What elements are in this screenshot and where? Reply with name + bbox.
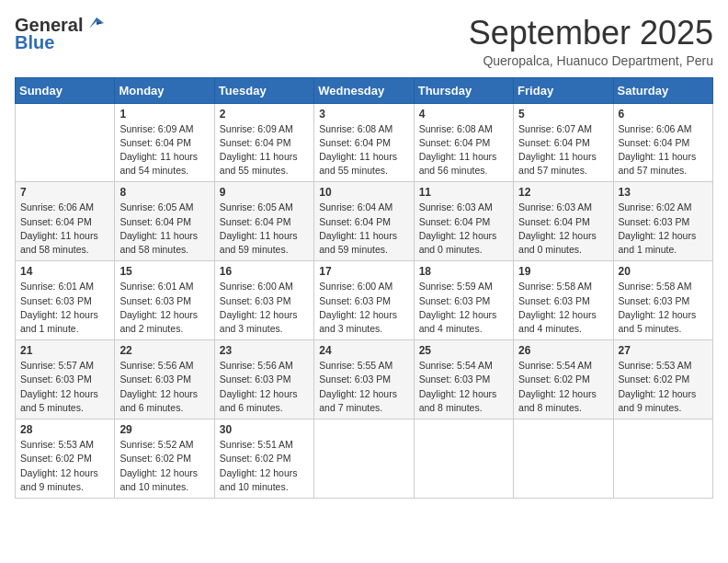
- day-cell: 9Sunrise: 6:05 AM Sunset: 6:04 PM Daylig…: [214, 182, 313, 261]
- week-row-0: 1Sunrise: 6:09 AM Sunset: 6:04 PM Daylig…: [16, 103, 713, 182]
- day-cell: 25Sunrise: 5:54 AM Sunset: 6:03 PM Dayli…: [414, 340, 513, 419]
- day-cell: 11Sunrise: 6:03 AM Sunset: 6:04 PM Dayli…: [414, 182, 513, 261]
- day-cell: [314, 419, 414, 499]
- day-cell: 1Sunrise: 6:09 AM Sunset: 6:04 PM Daylig…: [115, 103, 214, 182]
- day-number: 22: [119, 344, 209, 357]
- weekday-header-tuesday: Tuesday: [214, 77, 313, 103]
- day-number: 5: [518, 108, 608, 121]
- day-info: Sunrise: 6:00 AM Sunset: 6:03 PM Dayligh…: [220, 280, 309, 336]
- day-info: Sunrise: 6:06 AM Sunset: 6:04 PM Dayligh…: [20, 201, 109, 257]
- day-cell: 5Sunrise: 6:07 AM Sunset: 6:04 PM Daylig…: [514, 103, 613, 182]
- day-number: 13: [619, 186, 708, 199]
- weekday-header-saturday: Saturday: [613, 77, 712, 103]
- day-info: Sunrise: 5:58 AM Sunset: 6:03 PM Dayligh…: [619, 280, 708, 336]
- day-cell: 7Sunrise: 6:06 AM Sunset: 6:04 PM Daylig…: [16, 182, 115, 261]
- day-number: 24: [319, 344, 408, 357]
- day-cell: 2Sunrise: 6:09 AM Sunset: 6:04 PM Daylig…: [214, 103, 313, 182]
- day-number: 20: [619, 265, 708, 278]
- day-cell: 18Sunrise: 5:59 AM Sunset: 6:03 PM Dayli…: [414, 261, 513, 340]
- day-info: Sunrise: 6:02 AM Sunset: 6:03 PM Dayligh…: [619, 201, 708, 257]
- day-number: 1: [119, 108, 209, 121]
- logo-blue-text: Blue: [15, 32, 54, 53]
- day-number: 12: [518, 186, 608, 199]
- day-cell: 14Sunrise: 6:01 AM Sunset: 6:03 PM Dayli…: [16, 261, 115, 340]
- day-cell: [414, 419, 513, 499]
- day-number: 2: [220, 108, 309, 121]
- weekday-header-wednesday: Wednesday: [314, 77, 414, 103]
- day-number: 11: [419, 186, 508, 199]
- day-cell: 26Sunrise: 5:54 AM Sunset: 6:02 PM Dayli…: [514, 340, 613, 419]
- day-number: 17: [319, 265, 408, 278]
- day-number: 18: [419, 265, 508, 278]
- day-info: Sunrise: 5:55 AM Sunset: 6:03 PM Dayligh…: [319, 359, 408, 415]
- day-info: Sunrise: 5:56 AM Sunset: 6:03 PM Dayligh…: [119, 359, 209, 415]
- day-cell: 17Sunrise: 6:00 AM Sunset: 6:03 PM Dayli…: [314, 261, 414, 340]
- day-number: 8: [119, 186, 209, 199]
- day-number: 14: [20, 265, 109, 278]
- logo: General Blue: [15, 15, 104, 53]
- weekday-header-sunday: Sunday: [16, 77, 115, 103]
- weekday-header-friday: Friday: [514, 77, 613, 103]
- day-info: Sunrise: 5:56 AM Sunset: 6:03 PM Dayligh…: [220, 359, 309, 415]
- day-cell: 13Sunrise: 6:02 AM Sunset: 6:03 PM Dayli…: [613, 182, 712, 261]
- day-cell: 27Sunrise: 5:53 AM Sunset: 6:02 PM Dayli…: [613, 340, 712, 419]
- day-info: Sunrise: 6:01 AM Sunset: 6:03 PM Dayligh…: [119, 280, 209, 336]
- page-header: General Blue September 2025 Queropalca, …: [15, 15, 713, 68]
- day-info: Sunrise: 5:59 AM Sunset: 6:03 PM Dayligh…: [419, 280, 508, 336]
- day-number: 23: [220, 344, 309, 357]
- day-number: 21: [20, 344, 109, 357]
- day-cell: [514, 419, 613, 499]
- location-subtitle: Queropalca, Huanuco Department, Peru: [469, 53, 713, 68]
- day-info: Sunrise: 6:09 AM Sunset: 6:04 PM Dayligh…: [119, 122, 209, 178]
- day-info: Sunrise: 5:58 AM Sunset: 6:03 PM Dayligh…: [518, 280, 608, 336]
- day-cell: 22Sunrise: 5:56 AM Sunset: 6:03 PM Dayli…: [115, 340, 214, 419]
- day-info: Sunrise: 6:09 AM Sunset: 6:04 PM Dayligh…: [220, 122, 309, 178]
- day-cell: 29Sunrise: 5:52 AM Sunset: 6:02 PM Dayli…: [115, 419, 214, 499]
- logo-bird-icon: [84, 16, 104, 32]
- day-cell: 24Sunrise: 5:55 AM Sunset: 6:03 PM Dayli…: [314, 340, 414, 419]
- day-number: 26: [518, 344, 608, 357]
- day-info: Sunrise: 6:08 AM Sunset: 6:04 PM Dayligh…: [319, 122, 408, 178]
- day-cell: 8Sunrise: 6:05 AM Sunset: 6:04 PM Daylig…: [115, 182, 214, 261]
- weekday-header-monday: Monday: [115, 77, 214, 103]
- day-cell: 21Sunrise: 5:57 AM Sunset: 6:03 PM Dayli…: [16, 340, 115, 419]
- day-number: 28: [20, 423, 109, 436]
- day-cell: 4Sunrise: 6:08 AM Sunset: 6:04 PM Daylig…: [414, 103, 513, 182]
- day-cell: 28Sunrise: 5:53 AM Sunset: 6:02 PM Dayli…: [16, 419, 115, 499]
- week-row-2: 14Sunrise: 6:01 AM Sunset: 6:03 PM Dayli…: [16, 261, 713, 340]
- day-info: Sunrise: 6:06 AM Sunset: 6:04 PM Dayligh…: [619, 122, 708, 178]
- weekday-header-thursday: Thursday: [414, 77, 513, 103]
- day-number: 4: [419, 108, 508, 121]
- day-info: Sunrise: 6:00 AM Sunset: 6:03 PM Dayligh…: [319, 280, 408, 336]
- day-number: 30: [220, 423, 309, 436]
- day-info: Sunrise: 6:03 AM Sunset: 6:04 PM Dayligh…: [518, 201, 608, 257]
- day-number: 10: [319, 186, 408, 199]
- day-cell: 12Sunrise: 6:03 AM Sunset: 6:04 PM Dayli…: [514, 182, 613, 261]
- day-info: Sunrise: 5:52 AM Sunset: 6:02 PM Dayligh…: [119, 438, 209, 494]
- day-cell: 23Sunrise: 5:56 AM Sunset: 6:03 PM Dayli…: [214, 340, 313, 419]
- day-cell: 15Sunrise: 6:01 AM Sunset: 6:03 PM Dayli…: [115, 261, 214, 340]
- day-info: Sunrise: 6:05 AM Sunset: 6:04 PM Dayligh…: [119, 201, 209, 257]
- day-number: 25: [419, 344, 508, 357]
- day-info: Sunrise: 6:05 AM Sunset: 6:04 PM Dayligh…: [220, 201, 309, 257]
- day-info: Sunrise: 5:54 AM Sunset: 6:03 PM Dayligh…: [419, 359, 508, 415]
- day-cell: 20Sunrise: 5:58 AM Sunset: 6:03 PM Dayli…: [613, 261, 712, 340]
- title-block: September 2025 Queropalca, Huanuco Depar…: [469, 15, 713, 68]
- day-cell: 6Sunrise: 6:06 AM Sunset: 6:04 PM Daylig…: [613, 103, 712, 182]
- day-number: 6: [619, 108, 708, 121]
- day-info: Sunrise: 6:01 AM Sunset: 6:03 PM Dayligh…: [20, 280, 109, 336]
- day-info: Sunrise: 6:08 AM Sunset: 6:04 PM Dayligh…: [419, 122, 508, 178]
- day-number: 7: [20, 186, 109, 199]
- day-cell: [16, 103, 115, 182]
- day-cell: 30Sunrise: 5:51 AM Sunset: 6:02 PM Dayli…: [214, 419, 313, 499]
- day-cell: [613, 419, 712, 499]
- calendar-table: SundayMondayTuesdayWednesdayThursdayFrid…: [15, 77, 713, 499]
- week-row-1: 7Sunrise: 6:06 AM Sunset: 6:04 PM Daylig…: [16, 182, 713, 261]
- weekday-header-row: SundayMondayTuesdayWednesdayThursdayFrid…: [16, 77, 713, 103]
- day-number: 19: [518, 265, 608, 278]
- day-number: 3: [319, 108, 408, 121]
- day-cell: 19Sunrise: 5:58 AM Sunset: 6:03 PM Dayli…: [514, 261, 613, 340]
- day-info: Sunrise: 6:04 AM Sunset: 6:04 PM Dayligh…: [319, 201, 408, 257]
- week-row-4: 28Sunrise: 5:53 AM Sunset: 6:02 PM Dayli…: [16, 419, 713, 499]
- day-info: Sunrise: 6:03 AM Sunset: 6:04 PM Dayligh…: [419, 201, 508, 257]
